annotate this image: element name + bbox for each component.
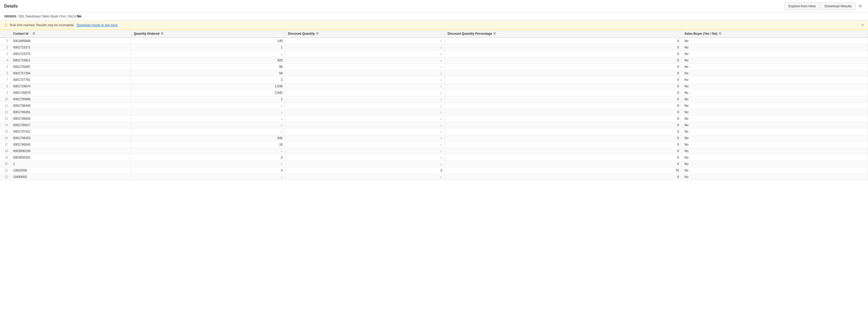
cell-discount-quantity-pct: 0 [445, 83, 682, 90]
null-icon: ⌀ [281, 104, 283, 107]
null-icon: ⌀ [281, 52, 283, 56]
cell-contact-id: 1 [10, 161, 131, 167]
col-header-quantity-ordered: Quantity Ordered ⚙ [131, 30, 285, 38]
cell-contact-id: 0001715375 [10, 51, 131, 57]
orders-sql: SQL Salesbuyer Sales Buyer (Yes / No) is… [19, 14, 82, 18]
cell-contact-id: 0001715371 [10, 44, 131, 51]
cell-row-num: 9 [0, 90, 10, 96]
cell-row-num: 4 [0, 57, 10, 64]
cell-quantity-ordered: ⌀ [131, 109, 285, 115]
cell-contact-id: 0001735996 [10, 96, 131, 103]
table-row: 140001736917⌀⌀0No [0, 122, 868, 129]
table-row: 200017153711⌀0No [0, 44, 868, 51]
cell-discount-quantity: ⌀ [285, 57, 445, 64]
cell-sales-buyer: No [682, 167, 868, 174]
table-row: 180003500156⌀⌀0No [0, 148, 868, 154]
cell-discount-quantity: ⌀ [285, 38, 445, 44]
null-icon: ⌀ [440, 111, 442, 114]
null-icon: ⌀ [281, 117, 283, 120]
cell-row-num: 3 [0, 51, 10, 57]
gear-sales-buyer-icon[interactable]: ⚙ [718, 32, 721, 35]
null-icon: ⌀ [440, 78, 442, 81]
null-icon: ⌀ [440, 46, 442, 49]
cell-quantity-ordered: 925 [131, 57, 285, 64]
cell-discount-quantity-pct: 0 [445, 109, 682, 115]
cell-discount-quantity: ⌀ [285, 115, 445, 122]
col-header-sales-buyer: Sales Buyer (Yes / No) ⚙ [682, 30, 868, 38]
cell-contact-id: 0001716821 [10, 57, 131, 64]
table-row: 201⌀⌀0No [0, 161, 868, 167]
cell-sales-buyer: No [682, 122, 868, 129]
cell-discount-quantity-pct: 0 [445, 103, 682, 109]
cell-quantity-ordered: ⌀ [131, 174, 285, 180]
table-row: 110001736440⌀⌀0No [0, 103, 868, 109]
null-icon: ⌀ [440, 117, 442, 120]
null-icon: ⌀ [440, 72, 442, 75]
cell-row-num: 20 [0, 161, 10, 167]
gear-discount-quantity-pct-icon[interactable]: ⚙ [493, 32, 496, 35]
col-label-discount-quantity: Discount Quantity [288, 32, 315, 35]
download-results-button[interactable]: Download Results [821, 2, 856, 10]
sort-contact-id-icon[interactable]: ↑ [29, 32, 31, 35]
table-row: 21100425584375No [0, 167, 868, 174]
warning-left: ⚠ Row limit reached. Results may be inco… [4, 23, 118, 28]
null-icon: ⌀ [281, 130, 283, 133]
cell-quantity-ordered: 1 [131, 44, 285, 51]
cell-contact-id: 0001727294 [10, 70, 131, 77]
cell-sales-buyer: No [682, 148, 868, 154]
results-table-container: Contact Id ↑ ⚙ Quantity Ordered ⚙ Discou… [0, 30, 868, 180]
col-label-quantity-ordered: Quantity Ordered [134, 32, 159, 35]
cell-discount-quantity: ⌀ [285, 122, 445, 129]
cell-sales-buyer: No [682, 96, 868, 103]
cell-row-num: 12 [0, 109, 10, 115]
explore-from-here-button[interactable]: Explore from Here [784, 2, 819, 10]
cell-contact-id: 0003500156 [10, 148, 131, 154]
table-row: 150001737412⌀⌀0No [0, 129, 868, 135]
table-row: 800017298741.636⌀0No [0, 83, 868, 90]
cell-quantity-ordered: ⌀ [131, 103, 285, 109]
table-row: 6000172729458⌀0No [0, 70, 868, 77]
orders-sql-value: No [77, 14, 82, 18]
cell-contact-id: 10490005 [10, 174, 131, 180]
cell-sales-buyer: No [682, 90, 868, 96]
warning-bar: ⚠ Row limit reached. Results may be inco… [0, 21, 868, 30]
cell-quantity-ordered: 3 [131, 154, 285, 161]
null-icon: ⌀ [440, 65, 442, 68]
cell-discount-quantity-pct: 0 [445, 44, 682, 51]
cell-discount-quantity-pct: 0 [445, 64, 682, 70]
dialog-title: Details [4, 4, 18, 8]
cell-row-num: 17 [0, 141, 10, 148]
null-icon: ⌀ [440, 52, 442, 56]
null-icon: ⌀ [440, 39, 442, 42]
gear-contact-id-icon[interactable]: ⚙ [32, 32, 35, 35]
cell-row-num: 6 [0, 70, 10, 77]
null-icon: ⌀ [440, 59, 442, 62]
cell-discount-quantity-pct: 0 [445, 51, 682, 57]
null-icon: ⌀ [281, 111, 283, 114]
cell-contact-id: 0001746543 [10, 141, 131, 148]
cell-contact-id: 0001736440 [10, 103, 131, 109]
cell-row-num: 1 [0, 38, 10, 44]
close-button[interactable]: × [857, 2, 864, 10]
cell-row-num: 13 [0, 115, 10, 122]
cell-discount-quantity: ⌀ [285, 83, 445, 90]
cell-quantity-ordered: ⌀ [131, 161, 285, 167]
cell-sales-buyer: No [682, 77, 868, 83]
table-row: 40001716821925⌀0No [0, 57, 868, 64]
table-row: 1000017359961⌀0No [0, 96, 868, 103]
warning-close-button[interactable]: × [862, 23, 864, 28]
download-results-link[interactable]: Download results to see more [76, 23, 118, 27]
cell-discount-quantity-pct: 0 [445, 135, 682, 141]
table-row: 17000174654316⌀0No [0, 141, 868, 148]
cell-row-num: 11 [0, 103, 10, 109]
cell-contact-id: 0001736916 [10, 115, 131, 122]
cell-discount-quantity-pct: 0 [445, 148, 682, 154]
gear-quantity-ordered-icon[interactable]: ⚙ [160, 32, 164, 35]
gear-discount-quantity-icon[interactable]: ⚙ [316, 32, 319, 35]
cell-row-num: 19 [0, 154, 10, 161]
header-actions: Explore from Here Download Results × [784, 2, 864, 10]
cell-contact-id: 0001736491 [10, 109, 131, 115]
cell-sales-buyer: No [682, 57, 868, 64]
cell-quantity-ordered: ⌀ [131, 122, 285, 129]
cell-row-num: 8 [0, 83, 10, 90]
